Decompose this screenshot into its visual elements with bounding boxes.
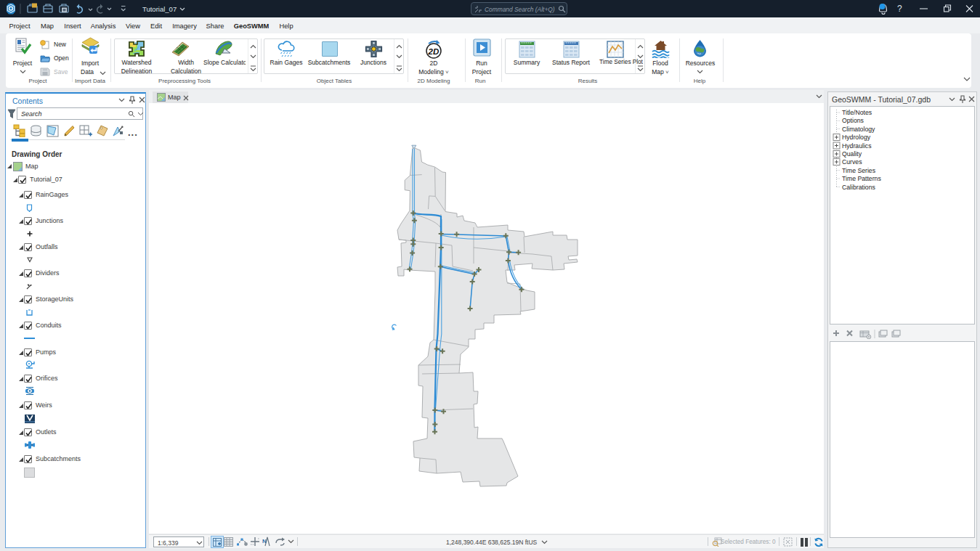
svg-text:Time Patterns: Time Patterns xyxy=(842,175,881,182)
svg-text:Quality: Quality xyxy=(842,150,862,158)
svg-text:Options: Options xyxy=(842,117,864,124)
svg-text:Calibrations: Calibrations xyxy=(842,184,876,191)
svg-text:Hydrology: Hydrology xyxy=(842,134,871,141)
svg-text:Hydraulics: Hydraulics xyxy=(842,142,872,150)
svg-text:Time Series: Time Series xyxy=(842,167,876,174)
svg-text:Title/Notes: Title/Notes xyxy=(842,109,872,116)
svg-text:?: ? xyxy=(897,4,902,14)
svg-text:Climatology: Climatology xyxy=(842,126,875,133)
svg-text:Curves: Curves xyxy=(842,158,862,166)
svg-text:2D: 2D xyxy=(428,47,440,56)
svg-text:N: N xyxy=(262,538,267,544)
